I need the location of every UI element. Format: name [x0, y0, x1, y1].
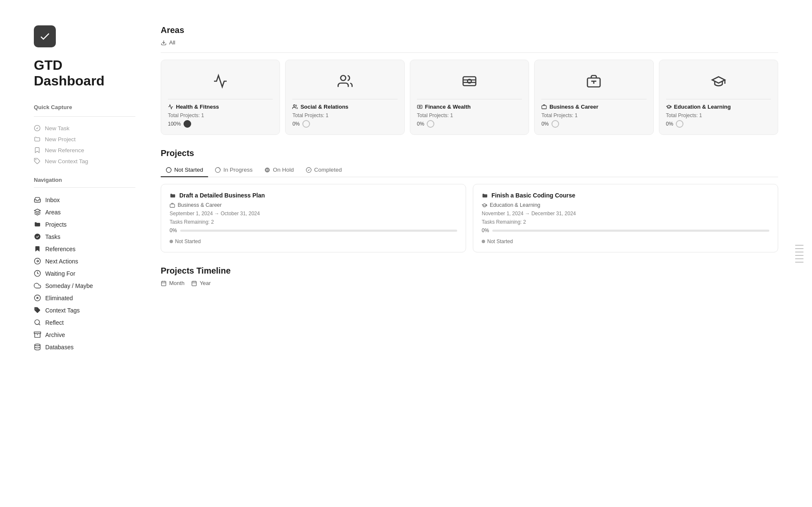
- sidebar-item-waiting-for[interactable]: Waiting For: [34, 267, 135, 280]
- project-title-coding-course: Finish a Basic Coding Course: [482, 192, 769, 199]
- svg-point-20: [419, 106, 420, 107]
- area-card-divider: [168, 99, 273, 99]
- area-card-title-social: Social & Relations: [292, 104, 397, 110]
- svg-point-15: [340, 76, 346, 81]
- area-card-health-fitness[interactable]: Health & Fitness Total Projects: 1 100%: [161, 60, 280, 135]
- svg-rect-32: [162, 281, 166, 286]
- sidebar-item-tasks[interactable]: Tasks: [34, 230, 135, 243]
- svg-rect-29: [268, 169, 268, 171]
- sidebar-item-inbox[interactable]: Inbox: [34, 194, 135, 206]
- svg-point-25: [166, 167, 171, 173]
- timeline-header: Projects Timeline: [161, 266, 778, 276]
- sidebar-item-areas[interactable]: Areas: [34, 206, 135, 218]
- project-status-business-plan: Not Started: [170, 238, 201, 244]
- sidebar-item-projects[interactable]: Projects: [34, 218, 135, 230]
- business-career-icon: [541, 69, 646, 94]
- projects-tabs: Not Started In Progress On Hold: [161, 163, 778, 177]
- svg-rect-11: [34, 332, 41, 334]
- sidebar-item-databases[interactable]: Databases: [34, 341, 135, 353]
- area-card-business-career[interactable]: Business & Career Total Projects: 1 0%: [534, 60, 653, 135]
- timeline-title: Projects Timeline: [161, 266, 778, 276]
- svg-line-10: [39, 324, 40, 325]
- project-progress-business-plan: 0%: [170, 227, 457, 233]
- areas-all-filter[interactable]: All: [161, 39, 778, 46]
- progress-circle-social: [302, 120, 310, 128]
- area-card-title-health: Health & Fitness: [168, 104, 273, 110]
- sidebar-item-someday-maybe[interactable]: Someday / Maybe: [34, 280, 135, 292]
- area-card-social-relations[interactable]: Social & Relations Total Projects: 1 0%: [285, 60, 404, 135]
- tab-not-started[interactable]: Not Started: [161, 163, 208, 177]
- finance-wealth-icon: [417, 69, 522, 94]
- project-title-business-plan: Draft a Detailed Business Plan: [170, 192, 457, 199]
- project-tasks-coding-course: Tasks Remaining: 2: [482, 219, 769, 225]
- scroll-indicators: [795, 245, 804, 263]
- sidebar-item-eliminated[interactable]: Eliminated: [34, 292, 135, 304]
- projects-grid: Draft a Detailed Business Plan Business …: [161, 184, 778, 252]
- timeline-section: Projects Timeline Month: [161, 266, 778, 286]
- area-card-meta-business: Total Projects: 1: [541, 112, 646, 118]
- areas-section: Areas All: [161, 25, 778, 135]
- progress-circle-business: [551, 120, 559, 128]
- svg-rect-17: [463, 77, 476, 86]
- area-card-education-learning[interactable]: Education & Learning Total Projects: 1 0…: [659, 60, 778, 135]
- sidebar-item-next-actions[interactable]: Next Actions: [34, 255, 135, 267]
- areas-divider: [161, 52, 778, 53]
- area-card-progress-social: 0%: [292, 120, 397, 128]
- quick-capture-divider: [34, 116, 135, 117]
- svg-point-9: [35, 320, 39, 324]
- health-fitness-icon: [168, 69, 273, 94]
- navigation-label: Navigation: [34, 177, 135, 183]
- project-status-coding-course: Not Started: [482, 238, 513, 244]
- projects-section: Projects Not Started In Progress: [161, 148, 778, 252]
- svg-point-1: [36, 159, 36, 160]
- svg-rect-36: [192, 281, 197, 286]
- project-card-coding-course[interactable]: Finish a Basic Coding Course Education &…: [473, 184, 778, 252]
- area-card-meta-health: Total Projects: 1: [168, 112, 273, 118]
- sidebar-item-references[interactable]: References: [34, 243, 135, 255]
- project-card-business-plan[interactable]: Draft a Detailed Business Plan Business …: [161, 184, 466, 252]
- svg-rect-24: [542, 106, 546, 109]
- progress-circle-finance: [427, 120, 434, 128]
- svg-rect-31: [170, 204, 175, 207]
- project-dates-coding-course: November 1, 2024 → December 31, 2024: [482, 211, 769, 217]
- sidebar-item-reflect[interactable]: Reflect: [34, 316, 135, 329]
- areas-grid: Health & Fitness Total Projects: 1 100%: [161, 60, 778, 135]
- quick-capture-new-task[interactable]: New Task: [34, 123, 135, 134]
- area-card-meta-social: Total Projects: 1: [292, 112, 397, 118]
- svg-point-13: [35, 344, 40, 345]
- quick-capture-new-context-tag[interactable]: New Context Tag: [34, 156, 135, 167]
- tab-completed[interactable]: Completed: [301, 163, 347, 177]
- social-relations-icon: [292, 69, 397, 94]
- area-card-progress-health: 100%: [168, 120, 273, 128]
- page-wrapper: GTD Dashboard Quick Capture New Task New…: [0, 0, 812, 507]
- area-card-progress-business: 0%: [541, 120, 646, 128]
- progress-circle-health: [184, 120, 191, 128]
- tab-on-hold[interactable]: On Hold: [259, 163, 299, 177]
- area-card-progress-education: 0%: [666, 120, 771, 128]
- svg-rect-28: [266, 169, 267, 171]
- sidebar: GTD Dashboard Quick Capture New Task New…: [34, 25, 135, 482]
- tab-in-progress[interactable]: In Progress: [210, 163, 258, 177]
- progress-circle-education: [676, 120, 683, 128]
- areas-title: Areas: [161, 25, 184, 35]
- svg-point-16: [294, 105, 295, 107]
- timeline-filters: Month Year: [161, 280, 778, 286]
- page-title: GTD Dashboard: [34, 58, 135, 89]
- nav-divider: [34, 187, 135, 188]
- quick-capture-new-project[interactable]: New Project: [34, 134, 135, 145]
- svg-marker-2: [34, 209, 40, 212]
- project-dates-business-plan: September 1, 2024 → October 31, 2024: [170, 211, 457, 217]
- app-logo: [34, 25, 56, 47]
- area-card-title-business: Business & Career: [541, 104, 646, 110]
- quick-capture-label: Quick Capture: [34, 104, 135, 110]
- area-card-finance-wealth[interactable]: Finance & Wealth Total Projects: 1 0%: [410, 60, 529, 135]
- area-card-title-finance: Finance & Wealth: [417, 104, 522, 110]
- project-progress-coding-course: 0%: [482, 227, 769, 233]
- quick-capture-new-reference[interactable]: New Reference: [34, 145, 135, 156]
- timeline-filter-month[interactable]: Month: [161, 280, 184, 286]
- sidebar-item-context-tags[interactable]: Context Tags: [34, 304, 135, 316]
- svg-point-27: [265, 167, 270, 173]
- timeline-filter-year[interactable]: Year: [191, 280, 211, 286]
- project-area-business-plan: Business & Career: [170, 202, 457, 208]
- sidebar-item-archive[interactable]: Archive: [34, 329, 135, 341]
